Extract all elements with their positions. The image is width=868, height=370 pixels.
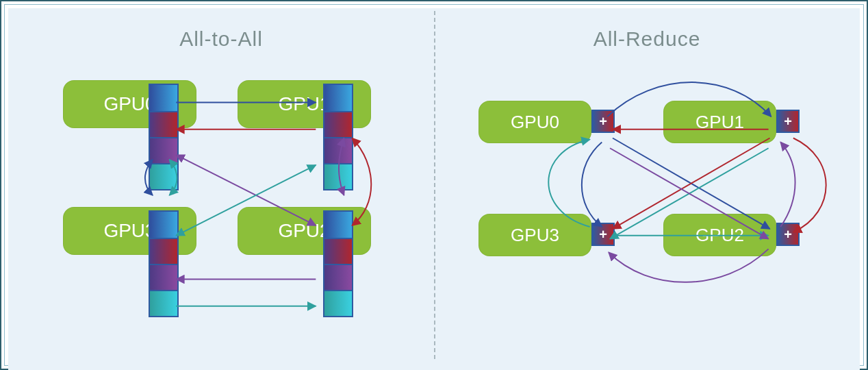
plusbox-gpu0: + (591, 110, 615, 133)
title-all-to-all: All-to-All (8, 27, 434, 51)
cell (324, 85, 352, 111)
gpu0-label-r: GPU0 (511, 112, 559, 133)
cell (324, 212, 352, 238)
arrows-all-to-all (8, 8, 434, 370)
cell (150, 212, 177, 238)
cell (324, 238, 352, 264)
gpu2-label-r: GPU2 (695, 225, 744, 246)
cell (324, 290, 352, 316)
gpu3-box-r: GPU3 (478, 214, 591, 256)
cell (324, 111, 352, 137)
cell (150, 238, 177, 264)
plus-op: + (599, 227, 607, 243)
title-all-reduce: All-Reduce (434, 27, 860, 51)
stack-gpu2 (323, 210, 353, 317)
cell (324, 163, 352, 189)
cell (150, 163, 177, 189)
plus-op: + (784, 227, 792, 243)
gpu1-box-r: GPU1 (663, 101, 776, 143)
plusbox-gpu3: + (591, 223, 615, 246)
gpu3-label-r: GPU3 (511, 225, 559, 246)
stack-gpu3 (149, 210, 179, 317)
cell (324, 137, 352, 163)
cell (150, 290, 177, 316)
gpu0-box-r: GPU0 (478, 101, 591, 143)
panel-all-reduce: All-Reduce GPU0 GPU1 GPU2 GPU3 + + + + (434, 8, 860, 370)
gpu1-label-r: GPU1 (695, 112, 744, 133)
cell (150, 85, 177, 111)
gpu2-box-r: GPU2 (663, 214, 776, 256)
panel-all-to-all: All-to-All GPU0 GPU1 GPU2 GPU3 (8, 8, 434, 370)
panel-divider (434, 11, 435, 359)
plus-op: + (599, 114, 607, 130)
stack-gpu1 (323, 84, 353, 190)
cell (324, 264, 352, 290)
plus-op: + (784, 114, 792, 130)
arrows-all-reduce (434, 8, 860, 370)
stack-gpu0 (149, 84, 179, 190)
cell (150, 111, 177, 137)
diagram-frame: All-to-All GPU0 GPU1 GPU2 GPU3 (0, 0, 868, 370)
cell (150, 264, 177, 290)
plusbox-gpu1: + (776, 110, 800, 133)
plusbox-gpu2: + (776, 223, 800, 246)
cell (150, 137, 177, 163)
